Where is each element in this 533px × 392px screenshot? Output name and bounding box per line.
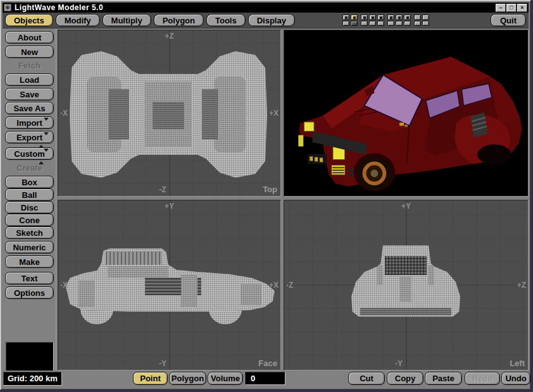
sidebar-item-box[interactable]: Box <box>5 176 54 188</box>
sidebar-item-save-as[interactable]: Save As <box>5 102 54 114</box>
layer-3 <box>361 15 368 26</box>
title-bar: ❃ LightWave Modeler 5.0 – □ × <box>3 3 529 13</box>
copy-button[interactable]: Copy <box>387 372 423 385</box>
axis-label-bottom: -Y <box>159 359 166 368</box>
sidebar-item-load[interactable]: Load <box>5 73 54 86</box>
viewport-name-left: Left <box>510 358 525 368</box>
viewport-top[interactable]: +Z -X +X -Z Top <box>58 30 281 197</box>
quit-button[interactable]: Quit <box>491 14 526 27</box>
viewport-area: +Z -X +X -Z Top <box>56 28 529 371</box>
layer-1-background-button[interactable] <box>342 21 349 26</box>
axis-label-top: +Y <box>401 202 411 211</box>
tab-modify[interactable]: Modify <box>56 14 100 27</box>
maximize-button[interactable]: □ <box>506 4 517 12</box>
popup-arrows-icon <box>39 119 49 132</box>
axis-label-left: -X <box>60 109 68 118</box>
layer-10-background-button[interactable] <box>422 21 429 26</box>
sidebar-item-disc[interactable]: Disc <box>5 201 54 214</box>
layer-1 <box>342 15 349 26</box>
layer-9 <box>414 15 421 26</box>
sidebar-item-create: Create <box>5 162 54 175</box>
layer-2-foreground-button[interactable] <box>351 15 358 20</box>
preview-box <box>6 342 54 371</box>
layer-9-background-button[interactable] <box>414 21 421 26</box>
layer-4-foreground-button[interactable] <box>369 15 376 20</box>
sidebar-item-cone[interactable]: Cone <box>5 214 54 226</box>
rear-wheel-arch <box>477 145 511 165</box>
redo-button[interactable]: Redo <box>465 372 500 385</box>
layer-4-background-button[interactable] <box>369 21 376 26</box>
sidebar-item-save[interactable]: Save <box>5 88 54 101</box>
axis-label-bottom: -Z <box>159 185 166 194</box>
layer-selector <box>342 15 430 26</box>
selection-count-field[interactable]: 0 <box>245 372 285 385</box>
layer-6-foreground-button[interactable] <box>387 15 394 20</box>
cut-button[interactable]: Cut <box>348 372 385 385</box>
layer-7-background-button[interactable] <box>396 21 403 26</box>
sidebar-item-options[interactable]: Options <box>5 286 54 299</box>
layer-6 <box>387 15 394 26</box>
viewport-left[interactable]: +Y -Z +Z -Y Left <box>284 200 529 371</box>
close-button[interactable]: × <box>517 4 527 12</box>
minimize-button[interactable]: – <box>496 4 506 12</box>
sidebar-item-make[interactable]: Make <box>5 255 54 268</box>
layer-6-background-button[interactable] <box>387 21 394 26</box>
undo-button[interactable]: Undo <box>501 372 530 385</box>
sidebar-item-ball[interactable]: Ball <box>5 188 54 201</box>
sidebar-item-about[interactable]: About <box>5 31 54 44</box>
screenshot-root: { "window": { "title": "LightWave Modele… <box>0 0 533 392</box>
tab-multiply[interactable]: Multiply <box>103 14 151 27</box>
layer-9-foreground-button[interactable] <box>414 15 421 20</box>
side-marker-light <box>298 135 303 147</box>
sidebar-item-custom[interactable]: Custom <box>5 147 54 160</box>
sidebar-item-export[interactable]: Export <box>5 131 54 144</box>
popup-arrows-icon <box>39 150 49 162</box>
viewport-face[interactable]: +Y -X +X -Y Face <box>58 200 281 371</box>
tab-display[interactable]: Display <box>248 14 295 27</box>
mode-point-button[interactable]: Point <box>133 372 168 385</box>
layer-2 <box>351 15 358 26</box>
viewport-perspective-render[interactable] <box>284 30 529 197</box>
axis-label-left: -Z <box>286 281 293 290</box>
axis-label-bottom: -Y <box>395 359 403 368</box>
sidebar-item-new[interactable]: New <box>5 46 54 58</box>
sidebar-item-sketch[interactable]: Sketch <box>5 226 54 239</box>
axis-label-right: +X <box>269 281 279 290</box>
status-bar: Grid: 200 km Point Polygon Volume 0 Cut … <box>3 371 529 388</box>
layer-2-background-button[interactable] <box>351 21 358 26</box>
door-handle <box>399 123 404 126</box>
app-window: ❃ LightWave Modeler 5.0 – □ × Objects Mo… <box>0 0 531 390</box>
tab-tools[interactable]: Tools <box>206 14 246 27</box>
layer-7-foreground-button[interactable] <box>396 15 403 20</box>
sidebar-item-numeric[interactable]: Numeric <box>5 241 54 254</box>
app-icon[interactable]: ❃ <box>4 4 11 11</box>
axis-label-right: +Z <box>517 281 526 290</box>
window-title: LightWave Modeler 5.0 <box>15 3 103 12</box>
sidebar-item-import[interactable]: Import <box>5 116 54 129</box>
layer-7 <box>396 15 403 26</box>
layer-1-foreground-button[interactable] <box>342 15 349 20</box>
tab-objects[interactable]: Objects <box>5 14 53 27</box>
axis-label-top: +Y <box>165 202 174 211</box>
layer-10-foreground-button[interactable] <box>422 15 429 20</box>
layer-5 <box>377 15 384 26</box>
paste-button[interactable]: Paste <box>425 372 462 385</box>
layer-8-foreground-button[interactable] <box>404 15 411 20</box>
sidebar-item-fetch: Fetch <box>5 59 54 72</box>
mode-volume-button[interactable]: Volume <box>208 372 243 385</box>
sidebar: About New Fetch Load Save Save As Import… <box>3 28 56 371</box>
mode-polygon-button[interactable]: Polygon <box>169 372 206 385</box>
layer-8 <box>404 15 411 26</box>
tab-polygon[interactable]: Polygon <box>154 14 204 27</box>
layer-5-foreground-button[interactable] <box>377 15 384 20</box>
axis-label-top: +Z <box>165 32 173 40</box>
layer-3-background-button[interactable] <box>361 21 368 26</box>
layer-3-foreground-button[interactable] <box>361 15 368 20</box>
layer-5-background-button[interactable] <box>377 21 384 26</box>
viewport-name-top: Top <box>263 185 277 194</box>
grid-size-display: Grid: 200 km <box>3 372 62 386</box>
sidebar-item-text[interactable]: Text <box>5 272 54 285</box>
headlight <box>304 122 314 132</box>
layer-4 <box>369 15 376 26</box>
layer-8-background-button[interactable] <box>404 21 411 26</box>
